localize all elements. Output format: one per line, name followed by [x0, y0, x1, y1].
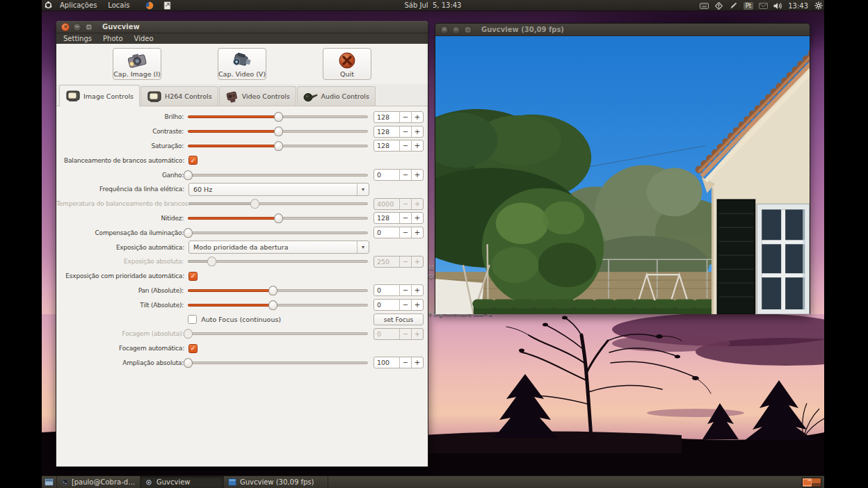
backlight-compensation-decrement-button[interactable]: − — [399, 227, 411, 238]
contrast-value[interactable]: 128 — [374, 127, 399, 137]
exposure-auto-priority-checkbox[interactable]: ✓ — [188, 272, 198, 281]
pan-absolute-slider[interactable] — [188, 286, 368, 295]
focus-absolute-value[interactable]: 0 — [374, 329, 399, 339]
brightness-slider[interactable] — [188, 112, 368, 122]
sharpness-decrement-button[interactable]: − — [399, 213, 411, 223]
sharpness-increment-button[interactable]: + — [411, 213, 423, 223]
contrast-slider-handle[interactable] — [274, 127, 283, 136]
backlight-compensation-value[interactable]: 0 — [374, 227, 399, 238]
show-desktop-button[interactable] — [42, 476, 57, 488]
quit-button[interactable]: Quit — [323, 48, 371, 80]
gain-decrement-button[interactable]: − — [399, 170, 411, 180]
panel-clock-time[interactable]: 13:43 — [788, 2, 808, 10]
close-button[interactable]: ✕ — [440, 26, 449, 34]
contrast-decrement-button[interactable]: − — [399, 127, 411, 137]
tablet-pen-indicator-icon[interactable] — [729, 2, 738, 10]
sync-indicator-icon[interactable] — [714, 2, 723, 10]
keyboard-layout-indicator[interactable]: Pt — [744, 2, 753, 10]
sharpness-slider[interactable] — [188, 213, 368, 223]
white-balance-temperature-value[interactable]: 4000 — [374, 199, 399, 209]
pan-absolute-slider-handle[interactable] — [268, 286, 278, 295]
focus-absolute-decrement-button[interactable]: − — [399, 329, 411, 339]
power-line-frequency-dropdown[interactable]: 60 Hz▾ — [188, 183, 369, 196]
saturation-increment-button[interactable]: + — [411, 140, 423, 151]
auto-focus-checkbox[interactable] — [188, 315, 197, 324]
brightness-slider-handle[interactable] — [274, 112, 283, 122]
backlight-compensation-slider-handle[interactable] — [184, 228, 193, 238]
focus-absolute-increment-button[interactable]: + — [411, 329, 423, 339]
tab-video-controls[interactable]: Video Controls — [219, 86, 296, 106]
tilt-absolute-decrement-button[interactable]: − — [399, 300, 411, 310]
tab-h264-controls[interactable]: H264 Controls — [140, 86, 218, 106]
focus-auto-checkbox[interactable]: ✓ — [188, 344, 198, 353]
exposure-absolute-decrement-button[interactable]: − — [399, 257, 411, 267]
maximize-button[interactable]: ▢ — [464, 26, 472, 34]
brightness-value[interactable]: 128 — [374, 112, 399, 122]
white-balance-temperature-decrement-button[interactable]: − — [399, 199, 411, 209]
contrast-increment-button[interactable]: + — [411, 127, 423, 137]
tab-image-controls[interactable]: Image Controls — [59, 85, 140, 106]
sharpness-value[interactable]: 128 — [374, 213, 399, 223]
contrast-slider[interactable] — [188, 127, 368, 136]
video-window-titlebar[interactable]: ✕ − ▢ Guvcview (30,09 fps) — [435, 24, 810, 36]
maximize-button[interactable]: ▢ — [85, 23, 93, 31]
white-balance-temperature-increment-button[interactable]: + — [411, 199, 423, 209]
exposure-absolute-value[interactable]: 250 — [374, 257, 399, 267]
tilt-absolute-slider[interactable] — [188, 300, 368, 310]
menu-video[interactable]: Video — [129, 35, 159, 42]
set-focus-button[interactable]: set Focus — [373, 314, 424, 325]
exposure-auto-dropdown[interactable]: Modo prioridade da abertura▾ — [188, 241, 369, 254]
taskbar-item-guvcview[interactable]: Guvcview — [140, 476, 224, 488]
gain-slider[interactable] — [188, 170, 368, 180]
exposure-absolute-increment-button[interactable]: + — [411, 257, 423, 267]
volume-indicator-icon[interactable] — [773, 2, 782, 10]
tilt-absolute-value[interactable]: 0 — [374, 300, 399, 310]
minimize-button[interactable]: − — [452, 26, 460, 34]
focus-absolute-slider[interactable] — [188, 329, 368, 339]
sharpness-slider-handle[interactable] — [274, 213, 283, 223]
zoom-absolute-value[interactable]: 100 — [374, 357, 399, 368]
exposure-absolute-slider[interactable] — [188, 257, 368, 266]
saturation-slider[interactable] — [188, 141, 368, 151]
menu-photo[interactable]: Photo — [98, 35, 128, 42]
brightness-increment-button[interactable]: + — [411, 112, 423, 122]
zoom-absolute-slider-handle[interactable] — [184, 358, 193, 368]
backlight-compensation-slider[interactable] — [188, 228, 368, 238]
session-gear-icon[interactable] — [814, 2, 823, 10]
zoom-absolute-decrement-button[interactable]: − — [399, 357, 411, 368]
gain-value[interactable]: 0 — [374, 170, 399, 180]
capture-video-button[interactable]: Cap. Video (V) — [218, 48, 266, 80]
tilt-absolute-increment-button[interactable]: + — [411, 300, 423, 310]
brightness-decrement-button[interactable]: − — [399, 112, 411, 122]
taskbar-item-terminal[interactable]: [paulo@Cobra-deskt... — [57, 476, 140, 488]
zoom-absolute-increment-button[interactable]: + — [411, 357, 423, 368]
pan-absolute-value[interactable]: 0 — [374, 285, 399, 295]
pan-absolute-decrement-button[interactable]: − — [399, 285, 411, 295]
white-balance-temperature-slider-handle[interactable] — [250, 199, 259, 209]
menu-settings[interactable]: Settings — [58, 35, 97, 42]
backlight-compensation-increment-button[interactable]: + — [411, 227, 423, 238]
zoom-absolute-slider[interactable] — [188, 358, 368, 368]
white-balance-auto-checkbox[interactable]: ✓ — [188, 156, 198, 165]
pan-absolute-increment-button[interactable]: + — [411, 285, 423, 295]
control-window-titlebar[interactable]: ✕ − ▢ Guvcview — [56, 21, 428, 33]
saturation-value[interactable]: 128 — [374, 140, 399, 151]
workspace-switcher[interactable] — [802, 478, 821, 487]
taskbar-item-video-window[interactable]: Guvcview (30,09 fps) — [224, 476, 328, 488]
close-button[interactable]: ✕ — [61, 23, 70, 31]
tilt-absolute-slider-handle[interactable] — [268, 300, 278, 310]
saturation-decrement-button[interactable]: − — [399, 140, 411, 151]
exposure-absolute-slider-handle[interactable] — [207, 257, 216, 266]
minimize-button[interactable]: − — [73, 23, 81, 31]
gain-increment-button[interactable]: + — [411, 170, 423, 180]
workspace-1[interactable] — [803, 478, 812, 487]
capture-image-button[interactable]: Cap. Image (I) — [113, 48, 161, 80]
focus-absolute-slider-handle[interactable] — [184, 329, 193, 339]
workspace-2[interactable] — [812, 478, 821, 487]
saturation-slider-handle[interactable] — [274, 141, 283, 151]
keyboard-indicator-icon[interactable] — [700, 2, 709, 10]
white-balance-temperature-slider[interactable] — [188, 199, 368, 209]
mail-indicator-icon[interactable] — [759, 2, 768, 10]
gain-slider-handle[interactable] — [184, 170, 193, 180]
tab-audio-controls[interactable]: Audio Controls — [297, 86, 376, 106]
